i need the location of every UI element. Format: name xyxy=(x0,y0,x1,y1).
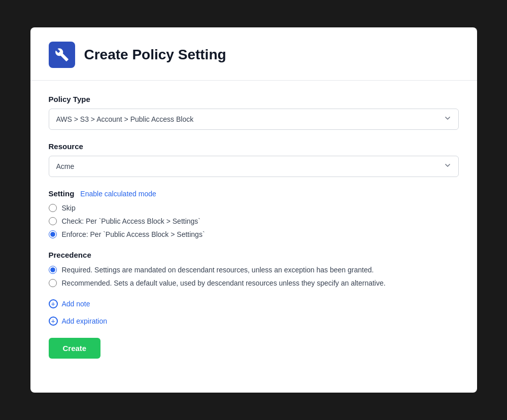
precedence-label: Precedence xyxy=(49,251,91,259)
setting-check-label[interactable]: Check: Per `Public Access Block > Settin… xyxy=(62,217,201,225)
resource-select-wrapper: Acme xyxy=(49,156,459,177)
enable-calculated-link[interactable]: Enable calculated mode xyxy=(80,190,156,198)
precedence-radio-group: Required. Settings are mandated on desce… xyxy=(49,266,459,287)
precedence-recommended-label[interactable]: Recommended. Sets a default value, used … xyxy=(62,279,386,287)
add-expiration-icon: + xyxy=(49,317,58,326)
setting-label: Setting xyxy=(49,189,75,198)
modal-header: Create Policy Setting xyxy=(30,27,477,81)
setting-skip-option: Skip xyxy=(49,204,459,212)
resource-group: Resource Acme xyxy=(49,142,459,177)
create-button[interactable]: Create xyxy=(49,338,101,359)
precedence-required-label[interactable]: Required. Settings are mandated on desce… xyxy=(62,266,374,274)
setting-check-radio[interactable] xyxy=(49,217,57,225)
modal-body: Policy Type AWS > S3 > Account > Public … xyxy=(30,81,477,377)
setting-skip-label[interactable]: Skip xyxy=(62,204,76,212)
add-expiration-link[interactable]: + Add expiration xyxy=(49,317,459,326)
precedence-group: Precedence Required. Settings are mandat… xyxy=(49,251,459,287)
wrench-icon xyxy=(55,48,69,62)
precedence-recommended-radio[interactable] xyxy=(49,279,57,287)
precedence-recommended-option: Recommended. Sets a default value, used … xyxy=(49,279,459,287)
add-note-icon: + xyxy=(49,299,58,308)
add-expiration-label: Add expiration xyxy=(62,317,108,325)
policy-type-select[interactable]: AWS > S3 > Account > Public Access Block xyxy=(49,109,459,130)
setting-enforce-radio[interactable] xyxy=(49,230,57,238)
resource-select[interactable]: Acme xyxy=(49,156,459,177)
setting-enforce-option: Enforce: Per `Public Access Block > Sett… xyxy=(49,230,459,238)
precedence-required-radio[interactable] xyxy=(49,266,57,274)
setting-group: Setting Enable calculated mode Skip Chec… xyxy=(49,189,459,238)
header-icon xyxy=(49,42,75,68)
setting-label-row: Setting Enable calculated mode xyxy=(49,189,459,198)
precedence-required-option: Required. Settings are mandated on desce… xyxy=(49,266,459,274)
page-title: Create Policy Setting xyxy=(84,47,226,63)
policy-type-label: Policy Type xyxy=(49,95,459,103)
setting-radio-group: Skip Check: Per `Public Access Block > S… xyxy=(49,204,459,238)
policy-type-group: Policy Type AWS > S3 > Account > Public … xyxy=(49,95,459,130)
add-note-link[interactable]: + Add note xyxy=(49,299,459,308)
modal-container: Create Policy Setting Policy Type AWS > … xyxy=(30,27,477,393)
resource-label: Resource xyxy=(49,142,459,151)
policy-type-select-wrapper: AWS > S3 > Account > Public Access Block xyxy=(49,109,459,130)
add-note-label: Add note xyxy=(62,300,90,308)
setting-skip-radio[interactable] xyxy=(49,204,57,212)
setting-enforce-label[interactable]: Enforce: Per `Public Access Block > Sett… xyxy=(62,230,205,238)
setting-check-option: Check: Per `Public Access Block > Settin… xyxy=(49,217,459,225)
